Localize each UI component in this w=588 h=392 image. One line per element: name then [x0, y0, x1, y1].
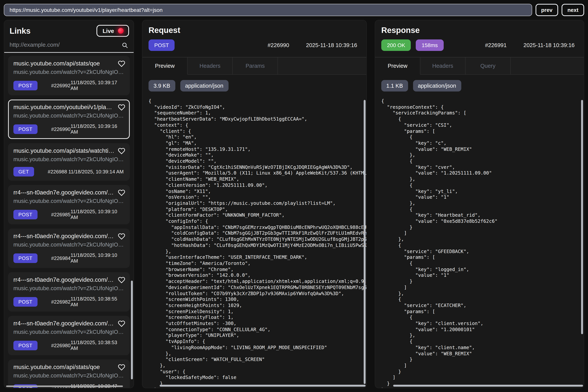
method-badge: POST — [14, 297, 37, 306]
favorite-heart-icon[interactable] — [118, 60, 125, 68]
links-title: Links — [10, 26, 30, 36]
request-id: #226988 — [48, 169, 67, 174]
list-item-url: music.youtube.com/api/stats/qoe — [14, 364, 124, 370]
request-panel: Request POST #226990 2025-11-18 10:39:16… — [142, 20, 367, 388]
response-tabs: Preview Headers Query — [375, 57, 584, 75]
request-id: #226992 — [51, 82, 70, 88]
request-timestamp: 11/18/2025, 10:39:14 AM — [68, 169, 124, 174]
network-inspector-app: prev next Links Live — [0, 0, 588, 392]
list-item[interactable]: rr4---sn-t0aedn7e.googlevideo.com/vid… m… — [8, 272, 130, 312]
list-item-page-url: music.youtube.com/watch?v=ZkCUfoNgIO4… — [14, 69, 124, 75]
request-timestamp: 11/18/2025, 10:39:10 AM — [70, 209, 124, 220]
list-item-meta: POST #226985 11/18/2025, 10:39:10 AM — [14, 209, 124, 220]
favorite-heart-icon[interactable] — [118, 148, 125, 155]
list-item-url: music.youtube.com/api/stats/watchtime — [14, 148, 124, 154]
list-item[interactable]: music.youtube.com/api/stats/qoe music.yo… — [8, 360, 130, 388]
search-icon — [122, 42, 128, 50]
method-badge: GET — [14, 167, 34, 176]
links-list: music.youtube.com/api/stats/qoe music.yo… — [4, 53, 134, 388]
list-item[interactable]: rr4---sn-t0aedn7e.googlevideo.com/vid… m… — [8, 316, 130, 355]
request-body-json: { "videoId": "ZkCUfoNgIO4", "sequenceNum… — [142, 95, 366, 388]
response-body-json: { "responseContext": { "serviceTrackingP… — [375, 95, 584, 388]
favorite-heart-icon[interactable] — [118, 320, 125, 327]
list-item[interactable]: rr4---sn-t0aedn7e.googlevideo.com/vid… m… — [8, 228, 130, 268]
list-item-url: rr4---sn-t0aedn7e.googlevideo.com/vid… — [14, 189, 124, 196]
list-item-meta: POST #226980 11/18/2025, 10:38:53 AM — [14, 340, 124, 351]
favorite-heart-icon[interactable] — [118, 233, 125, 240]
method-badge: POST — [14, 124, 37, 134]
list-item-meta: POST #226984 11/18/2025, 10:39:10 AM — [14, 252, 124, 264]
request-size-row: 3.9 KB application/json — [142, 80, 366, 92]
request-timestamp: 11/18/2025, 10:38:55 AM — [70, 296, 124, 308]
links-panel: Links Live music.youtube.com/ — [4, 20, 134, 388]
response-status-badge: 200 OK — [381, 40, 411, 51]
method-badge: POST — [14, 80, 37, 90]
tab-headers[interactable]: Headers — [188, 58, 233, 75]
request-timestamp: 2025-11-18 10:39:16 — [306, 42, 357, 48]
request-size-badge: 3.9 KB — [148, 80, 175, 92]
list-item-page-url: music.youtube.com/watch?v=ZkCUfoNgIO4… — [14, 285, 124, 291]
request-horizontal-scrollbar[interactable] — [160, 385, 366, 387]
response-content-type-badge: application/json — [413, 80, 461, 92]
list-item[interactable]: rr4---sn-t0aedn7e.googlevideo.com/vid… m… — [8, 185, 130, 224]
request-panel-title: Request — [142, 20, 366, 35]
list-item-url: rr4---sn-t0aedn7e.googlevideo.com/vid… — [14, 276, 124, 283]
request-id: #226985 — [51, 212, 70, 217]
request-timestamp: 11/18/2025, 10:39:17 AM — [70, 80, 124, 91]
search-input[interactable] — [10, 41, 128, 48]
tab-preview[interactable]: Preview — [142, 58, 188, 75]
list-item-page-url: music.youtube.com/watch?v=ZkCUfoNgIO4… — [14, 242, 124, 248]
list-item-meta: POST #226992 11/18/2025, 10:39:17 AM — [14, 80, 124, 91]
response-meta-row: 200 OK 158ms #226991 2025-11-18 10:39:16 — [375, 40, 584, 51]
next-button[interactable]: next — [562, 4, 584, 16]
live-indicator-icon — [118, 28, 124, 34]
response-size-badge: 1.1 KB — [381, 80, 408, 92]
tab-preview[interactable]: Preview — [375, 58, 420, 75]
favorite-heart-icon[interactable] — [118, 189, 125, 196]
list-item[interactable]: music.youtube.com/youtubei/v1/player/… m… — [8, 100, 130, 139]
links-vertical-scrollbar[interactable] — [131, 280, 133, 379]
response-duration-badge: 158ms — [416, 40, 444, 51]
request-method-badge: POST — [148, 40, 174, 51]
request-vertical-scrollbar[interactable] — [364, 100, 366, 384]
response-id: #226991 — [485, 42, 507, 48]
top-bar: prev next — [0, 0, 588, 20]
response-size-row: 1.1 KB application/json — [375, 80, 584, 92]
favorite-heart-icon[interactable] — [118, 276, 125, 284]
list-item-page-url: music.youtube.com/watch?v=ZkCUfoNgIO4… — [14, 198, 124, 204]
request-content-type-badge: application/json — [180, 80, 228, 92]
response-panel-title: Response — [375, 20, 584, 35]
list-item-url: rr4---sn-t0aedn7e.googlevideo.com/vid… — [14, 320, 124, 327]
request-meta-row: POST #226990 2025-11-18 10:39:16 — [142, 40, 366, 51]
list-item-url: music.youtube.com/youtubei/v1/player/… — [14, 104, 124, 111]
request-id: #226984 — [51, 255, 70, 261]
request-timestamp: 11/18/2025, 10:39:10 AM — [70, 252, 124, 264]
list-item-page-url: music.youtube.com/watch?v=ZkCUfoNgIO4… — [14, 329, 124, 335]
tab-params[interactable]: Params — [233, 58, 278, 75]
favorite-heart-icon[interactable] — [118, 364, 125, 371]
list-item-page-url: music.youtube.com/watch?v=ZkCUfoNgIO4… — [14, 112, 124, 119]
method-badge: POST — [14, 253, 37, 263]
request-timestamp: 11/18/2025, 10:38:53 AM — [70, 340, 124, 351]
response-timestamp: 2025-11-18 10:39:16 — [524, 42, 574, 48]
tab-query[interactable]: Query — [466, 58, 511, 75]
list-item-page-url: music.youtube.com/watch?v=ZkCUfoNgIO4… — [14, 372, 124, 378]
main-content: Links Live music.youtube.com/ — [0, 20, 588, 388]
links-horizontal-scrollbar[interactable] — [6, 386, 123, 387]
links-header: Links Live — [4, 20, 134, 38]
prev-button[interactable]: prev — [535, 4, 558, 16]
favorite-heart-icon[interactable] — [118, 104, 125, 111]
response-panel: Response 200 OK 158ms #226991 2025-11-18… — [375, 20, 584, 388]
response-horizontal-scrollbar[interactable] — [393, 385, 583, 387]
live-toggle-button[interactable]: Live — [96, 25, 129, 37]
live-label: Live — [102, 28, 114, 34]
list-item-url: rr4---sn-t0aedn7e.googlevideo.com/vid… — [14, 233, 124, 240]
request-id: #226990 — [51, 126, 70, 132]
list-item[interactable]: music.youtube.com/api/stats/qoe music.yo… — [8, 56, 130, 95]
request-timestamp: 11/18/2025, 10:39:16 AM — [70, 123, 124, 135]
response-vertical-scrollbar[interactable] — [581, 100, 583, 334]
list-item[interactable]: music.youtube.com/api/stats/watchtime mu… — [8, 143, 130, 181]
request-id: #226982 — [51, 299, 70, 304]
url-input[interactable] — [4, 4, 532, 16]
tab-headers[interactable]: Headers — [420, 58, 466, 75]
